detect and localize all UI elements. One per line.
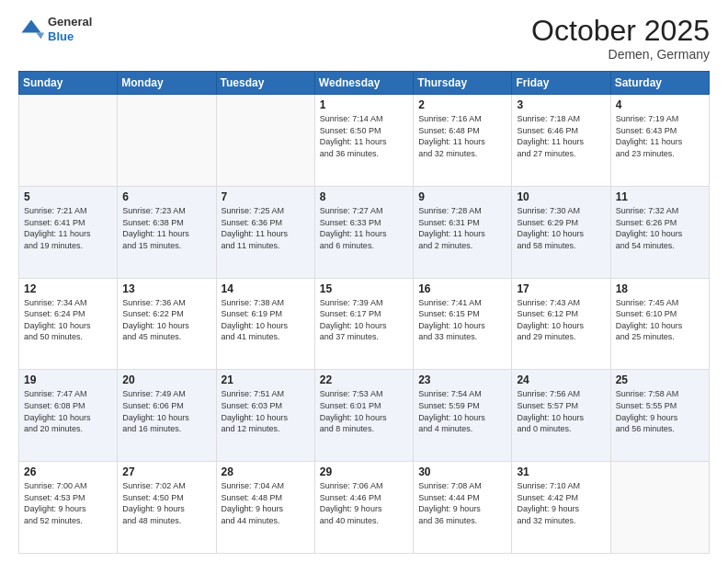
day-number: 1 (320, 98, 408, 111)
day-number: 2 (418, 98, 506, 111)
day-info: Sunrise: 7:41 AMSunset: 6:15 PMDaylight:… (418, 297, 506, 343)
day-info: Sunrise: 7:18 AMSunset: 6:46 PMDaylight:… (517, 113, 605, 159)
logo: General Blue (18, 15, 92, 43)
page: General Blue October 2025 Demen, Germany… (0, 0, 728, 563)
day-info: Sunrise: 7:14 AMSunset: 6:50 PMDaylight:… (320, 113, 408, 159)
svg-marker-1 (36, 32, 44, 39)
day-number: 30 (418, 465, 506, 478)
day-number: 28 (222, 465, 310, 478)
calendar-week-row: 26Sunrise: 7:00 AMSunset: 4:53 PMDayligh… (19, 462, 710, 554)
day-info: Sunrise: 7:06 AMSunset: 4:46 PMDaylight:… (320, 480, 408, 526)
day-info: Sunrise: 7:00 AMSunset: 4:53 PMDaylight:… (24, 480, 112, 526)
day-number: 23 (418, 373, 506, 386)
table-row: 8Sunrise: 7:27 AMSunset: 6:33 PMDaylight… (314, 186, 413, 278)
day-info: Sunrise: 7:16 AMSunset: 6:48 PMDaylight:… (418, 113, 506, 159)
day-number: 24 (517, 373, 605, 386)
col-thursday: Thursday (414, 72, 512, 95)
table-row (118, 95, 216, 187)
calendar-week-row: 1Sunrise: 7:14 AMSunset: 6:50 PMDaylight… (19, 95, 710, 187)
logo-text: General Blue (48, 15, 92, 43)
table-row: 28Sunrise: 7:04 AMSunset: 4:48 PMDayligh… (216, 462, 314, 554)
table-row: 5Sunrise: 7:21 AMSunset: 6:41 PMDaylight… (19, 186, 118, 278)
day-number: 8 (320, 190, 408, 203)
table-row: 22Sunrise: 7:53 AMSunset: 6:01 PMDayligh… (314, 370, 413, 462)
day-number: 13 (122, 282, 210, 295)
day-number: 19 (24, 373, 112, 386)
table-row: 20Sunrise: 7:49 AMSunset: 6:06 PMDayligh… (118, 370, 216, 462)
day-info: Sunrise: 7:27 AMSunset: 6:33 PMDaylight:… (320, 205, 408, 251)
day-info: Sunrise: 7:56 AMSunset: 5:57 PMDaylight:… (517, 388, 605, 434)
day-number: 25 (616, 373, 704, 386)
day-number: 11 (616, 190, 704, 203)
table-row: 29Sunrise: 7:06 AMSunset: 4:46 PMDayligh… (314, 462, 413, 554)
calendar-week-row: 19Sunrise: 7:47 AMSunset: 6:08 PMDayligh… (19, 370, 710, 462)
day-number: 22 (320, 373, 408, 386)
day-number: 7 (222, 190, 310, 203)
calendar-header-row: Sunday Monday Tuesday Wednesday Thursday… (19, 72, 710, 95)
table-row: 25Sunrise: 7:58 AMSunset: 5:55 PMDayligh… (610, 370, 709, 462)
day-number: 20 (122, 373, 210, 386)
day-info: Sunrise: 7:43 AMSunset: 6:12 PMDaylight:… (517, 297, 605, 343)
calendar-table: Sunday Monday Tuesday Wednesday Thursday… (18, 71, 710, 554)
day-info: Sunrise: 7:04 AMSunset: 4:48 PMDaylight:… (222, 480, 310, 526)
col-sunday: Sunday (19, 72, 118, 95)
day-info: Sunrise: 7:54 AMSunset: 5:59 PMDaylight:… (418, 388, 506, 434)
table-row: 21Sunrise: 7:51 AMSunset: 6:03 PMDayligh… (216, 370, 314, 462)
col-saturday: Saturday (610, 72, 709, 95)
svg-marker-0 (22, 19, 41, 32)
day-number: 12 (24, 282, 112, 295)
day-number: 5 (24, 190, 112, 203)
day-info: Sunrise: 7:39 AMSunset: 6:17 PMDaylight:… (320, 297, 408, 343)
day-info: Sunrise: 7:34 AMSunset: 6:24 PMDaylight:… (24, 297, 112, 343)
location: Demen, Germany (531, 47, 710, 62)
calendar-week-row: 5Sunrise: 7:21 AMSunset: 6:41 PMDaylight… (19, 186, 710, 278)
day-info: Sunrise: 7:36 AMSunset: 6:22 PMDaylight:… (122, 297, 210, 343)
day-number: 16 (418, 282, 506, 295)
day-info: Sunrise: 7:23 AMSunset: 6:38 PMDaylight:… (122, 205, 210, 251)
table-row (610, 462, 709, 554)
day-info: Sunrise: 7:02 AMSunset: 4:50 PMDaylight:… (122, 480, 210, 526)
table-row: 7Sunrise: 7:25 AMSunset: 6:36 PMDaylight… (216, 186, 314, 278)
day-info: Sunrise: 7:28 AMSunset: 6:31 PMDaylight:… (418, 205, 506, 251)
day-info: Sunrise: 7:58 AMSunset: 5:55 PMDaylight:… (616, 388, 704, 434)
table-row: 3Sunrise: 7:18 AMSunset: 6:46 PMDaylight… (512, 95, 610, 187)
day-info: Sunrise: 7:53 AMSunset: 6:01 PMDaylight:… (320, 388, 408, 434)
table-row: 24Sunrise: 7:56 AMSunset: 5:57 PMDayligh… (512, 370, 610, 462)
day-info: Sunrise: 7:08 AMSunset: 4:44 PMDaylight:… (418, 480, 506, 526)
table-row: 26Sunrise: 7:00 AMSunset: 4:53 PMDayligh… (19, 462, 118, 554)
day-number: 14 (222, 282, 310, 295)
day-number: 9 (418, 190, 506, 203)
table-row: 30Sunrise: 7:08 AMSunset: 4:44 PMDayligh… (414, 462, 512, 554)
table-row: 11Sunrise: 7:32 AMSunset: 6:26 PMDayligh… (610, 186, 709, 278)
day-info: Sunrise: 7:32 AMSunset: 6:26 PMDaylight:… (616, 205, 704, 251)
day-number: 6 (122, 190, 210, 203)
day-number: 26 (24, 465, 112, 478)
table-row: 19Sunrise: 7:47 AMSunset: 6:08 PMDayligh… (19, 370, 118, 462)
table-row: 17Sunrise: 7:43 AMSunset: 6:12 PMDayligh… (512, 278, 610, 370)
day-number: 17 (517, 282, 605, 295)
day-info: Sunrise: 7:49 AMSunset: 6:06 PMDaylight:… (122, 388, 210, 434)
header: General Blue October 2025 Demen, Germany (18, 15, 710, 62)
day-number: 31 (517, 465, 605, 478)
day-info: Sunrise: 7:38 AMSunset: 6:19 PMDaylight:… (222, 297, 310, 343)
table-row: 12Sunrise: 7:34 AMSunset: 6:24 PMDayligh… (19, 278, 118, 370)
day-number: 15 (320, 282, 408, 295)
table-row: 10Sunrise: 7:30 AMSunset: 6:29 PMDayligh… (512, 186, 610, 278)
day-number: 21 (222, 373, 310, 386)
table-row: 13Sunrise: 7:36 AMSunset: 6:22 PMDayligh… (118, 278, 216, 370)
logo-general-text: General (48, 15, 92, 29)
table-row: 14Sunrise: 7:38 AMSunset: 6:19 PMDayligh… (216, 278, 314, 370)
day-info: Sunrise: 7:45 AMSunset: 6:10 PMDaylight:… (616, 297, 704, 343)
table-row: 9Sunrise: 7:28 AMSunset: 6:31 PMDaylight… (414, 186, 512, 278)
day-number: 29 (320, 465, 408, 478)
day-info: Sunrise: 7:25 AMSunset: 6:36 PMDaylight:… (222, 205, 310, 251)
day-info: Sunrise: 7:19 AMSunset: 6:43 PMDaylight:… (616, 113, 704, 159)
table-row (216, 95, 314, 187)
day-info: Sunrise: 7:47 AMSunset: 6:08 PMDaylight:… (24, 388, 112, 434)
day-info: Sunrise: 7:21 AMSunset: 6:41 PMDaylight:… (24, 205, 112, 251)
day-number: 3 (517, 98, 605, 111)
day-number: 18 (616, 282, 704, 295)
col-tuesday: Tuesday (216, 72, 314, 95)
table-row: 31Sunrise: 7:10 AMSunset: 4:42 PMDayligh… (512, 462, 610, 554)
col-monday: Monday (118, 72, 216, 95)
